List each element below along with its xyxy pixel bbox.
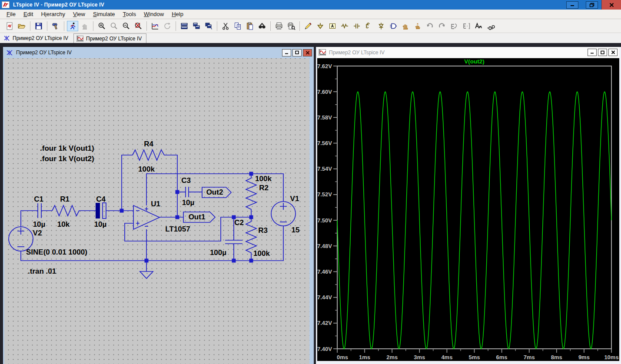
resistor-r1[interactable] — [52, 205, 96, 216]
waveform-plot-area[interactable]: V(out2)7.62V7.60V7.58V7.56V7.54V7.52V7.5… — [317, 58, 619, 361]
rotate-icon[interactable] — [448, 21, 460, 31]
menu-file[interactable]: File — [3, 10, 20, 18]
tab-2[interactable]: Пример2 ОУ LTspice IV — [73, 33, 146, 43]
menu-tools[interactable]: Tools — [119, 10, 140, 18]
schematic-canvas[interactable]: .four 1k V(out1).four 1k V(out2)C110µR11… — [4, 58, 309, 364]
move-icon[interactable] — [400, 21, 411, 31]
menu-edit[interactable]: Edit — [20, 10, 37, 18]
schematic-label[interactable]: R2 — [259, 184, 269, 192]
schematic-label[interactable]: 100k — [255, 175, 272, 183]
schematic-label[interactable]: 10µ — [33, 220, 46, 228]
control-panel-icon[interactable] — [50, 21, 61, 31]
schematic-label[interactable]: .tran .01 — [28, 267, 56, 275]
zoom-fit-icon[interactable] — [133, 21, 144, 31]
waveform-trace-vout2[interactable] — [337, 92, 611, 349]
undo-icon[interactable] — [424, 21, 435, 31]
schematic-label[interactable]: .four 1k V(out1) — [40, 144, 94, 152]
print-preview-icon[interactable] — [286, 21, 297, 31]
menu-help[interactable]: Help — [168, 10, 187, 18]
capacitor-c4-plate[interactable] — [96, 203, 100, 218]
save-icon[interactable] — [33, 21, 44, 31]
zoom-in-icon[interactable] — [96, 21, 107, 31]
redo-icon[interactable] — [436, 21, 448, 31]
schematic-label[interactable]: C1 — [34, 195, 43, 203]
cut-icon[interactable] — [220, 21, 231, 31]
schematic-label[interactable]: R4 — [144, 140, 153, 148]
trace-legend[interactable]: V(out2) — [464, 58, 485, 65]
schematic-label[interactable]: 100k — [253, 249, 270, 258]
schematic-label[interactable]: Out1 — [189, 213, 206, 221]
autorange-icon[interactable] — [149, 21, 161, 31]
close-button[interactable] — [601, 0, 621, 10]
mirror-icon[interactable] — [461, 21, 472, 31]
wire-icon[interactable] — [302, 21, 314, 31]
schematic-label[interactable]: R1 — [60, 195, 70, 203]
run-icon[interactable] — [67, 21, 78, 31]
zoom-out-icon[interactable] — [120, 21, 132, 31]
capacitor-icon[interactable] — [351, 21, 362, 31]
inductor-icon[interactable] — [363, 21, 375, 31]
schematic-label[interactable]: C4 — [96, 195, 106, 203]
find-icon[interactable] — [256, 21, 268, 31]
schematic-minimize-button[interactable] — [282, 49, 291, 56]
schematic-label[interactable]: 10k — [57, 220, 70, 228]
schematic-label[interactable]: 100k — [138, 165, 155, 173]
label-icon[interactable] — [327, 21, 338, 31]
paste-icon[interactable] — [244, 21, 256, 31]
schematic-label[interactable]: LT1057 — [165, 225, 190, 233]
spice-directive-icon[interactable] — [485, 21, 496, 31]
capacitor-c3[interactable] — [186, 187, 189, 197]
tile-horizontal-icon[interactable] — [179, 21, 190, 31]
schematic-label[interactable]: Out2 — [206, 188, 223, 196]
waveform-minimize-button[interactable] — [588, 49, 597, 56]
menu-simulate[interactable]: Simulate — [89, 10, 119, 18]
resistor-icon[interactable] — [339, 21, 350, 31]
schematic-label[interactable]: 10µ — [182, 199, 195, 207]
main-title-bar[interactable]: LTspice IV - Пример2 ОУ LTspice IV — [0, 0, 621, 10]
schematic-icon — [3, 35, 10, 41]
cascade-icon[interactable] — [203, 21, 214, 31]
capacitor-c4[interactable] — [103, 203, 106, 218]
schematic-label[interactable]: 10µ — [94, 220, 107, 228]
schematic-label[interactable]: .four 1k V(out2) — [40, 155, 94, 163]
schematic-label[interactable]: V2 — [33, 229, 42, 237]
ground-symbol[interactable] — [140, 261, 153, 278]
ground-icon[interactable] — [315, 21, 326, 31]
schematic-close-button[interactable] — [303, 49, 312, 56]
schematic-label[interactable]: R3 — [258, 226, 268, 235]
tab-1-active[interactable]: Пример2 ОУ LTspice IV — [1, 33, 73, 43]
menu-hierarchy[interactable]: Hierarchy — [37, 10, 69, 18]
minimize-button[interactable] — [562, 0, 582, 10]
schematic-label[interactable]: SINE(0 0.01 1000) — [26, 248, 87, 256]
capacitor-c1[interactable] — [38, 203, 41, 218]
menu-view[interactable]: View — [69, 10, 89, 18]
component-icon[interactable] — [388, 21, 399, 31]
schematic-window-title-bar[interactable]: Пример2 ОУ LTspice IV — [4, 47, 314, 58]
schematic-label[interactable]: U1 — [151, 200, 160, 208]
text-icon[interactable] — [473, 21, 484, 31]
schematic-label[interactable]: C3 — [181, 176, 191, 185]
open-icon[interactable] — [16, 21, 27, 31]
wire[interactable] — [122, 155, 133, 211]
schematic-label[interactable]: C2 — [234, 218, 244, 227]
copy-icon[interactable] — [232, 21, 243, 31]
y-axis-label: 7.48V — [317, 243, 332, 249]
waveform-window-title-bar[interactable]: Пример2 ОУ LTspice IV — [317, 47, 619, 58]
tile-vertical-icon[interactable] — [191, 21, 202, 31]
new-schematic-icon[interactable] — [4, 21, 15, 31]
diode-icon[interactable] — [375, 21, 387, 31]
print-icon[interactable] — [273, 21, 285, 31]
zoom-back-icon — [108, 21, 120, 31]
drag-icon[interactable] — [412, 21, 423, 31]
schematic-restore-button[interactable] — [292, 49, 302, 56]
x-axis-label: 2ms — [386, 354, 398, 361]
waveform-close-button[interactable] — [608, 49, 618, 56]
schematic-label[interactable]: V1 — [290, 195, 299, 203]
schematic-label[interactable]: 15 — [292, 226, 300, 234]
toolbar — [0, 19, 621, 33]
waveform-restore-button[interactable] — [598, 49, 607, 56]
plot-frame[interactable] — [337, 66, 611, 349]
menu-window[interactable]: Window — [140, 10, 168, 18]
schematic-label[interactable]: 100µ — [210, 248, 226, 257]
restore-button[interactable] — [582, 0, 601, 10]
